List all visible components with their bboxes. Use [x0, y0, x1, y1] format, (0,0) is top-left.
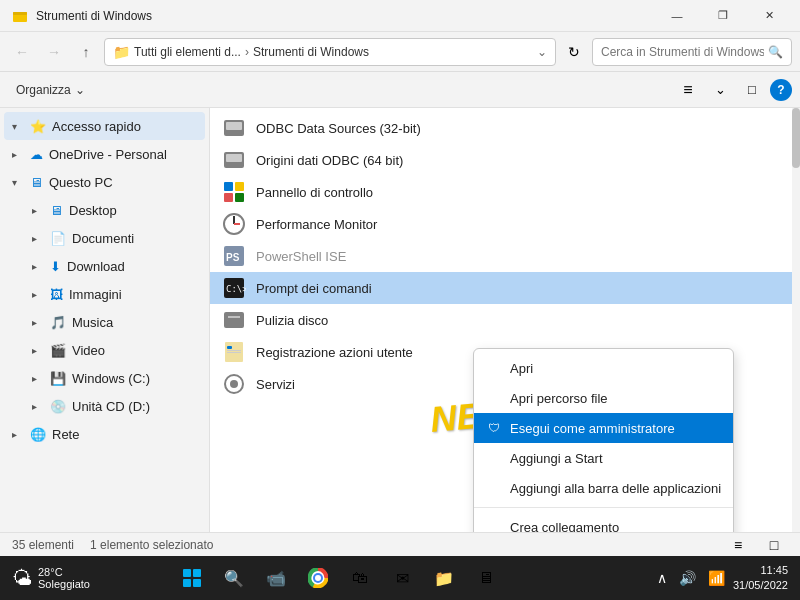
aggiungi-start-label: Aggiungi a Start: [510, 451, 603, 466]
back-button[interactable]: ←: [8, 38, 36, 66]
close-button[interactable]: ✕: [746, 0, 792, 32]
refresh-button[interactable]: ↻: [560, 38, 588, 66]
sidebar-item-rete[interactable]: ▸ 🌐 Rete: [4, 420, 205, 448]
window-icon: [12, 8, 28, 24]
svg-point-29: [315, 575, 321, 581]
start-button[interactable]: [172, 558, 212, 598]
weather-desc: Soleggiato: [38, 578, 90, 590]
sidebar-item-unita-cd[interactable]: ▸ 💿 Unità CD (D:): [4, 392, 205, 420]
tray-wifi[interactable]: 📶: [704, 568, 729, 588]
windows-c-label: Windows (C:): [72, 371, 150, 386]
main-layout: ▾ ⭐ Accesso rapido ▸ ☁ OneDrive - Person…: [0, 108, 800, 532]
chrome-button[interactable]: [298, 558, 338, 598]
esegui-admin-label: Esegui come amministratore: [510, 421, 675, 436]
search-input[interactable]: [601, 45, 764, 59]
expand-arrow: ▾: [12, 177, 24, 188]
svg-rect-15: [224, 312, 244, 328]
svg-rect-19: [227, 350, 241, 351]
context-menu-item-apri[interactable]: Apri: [474, 353, 733, 383]
help-button[interactable]: ?: [770, 79, 792, 101]
sidebar: ▾ ⭐ Accesso rapido ▸ ☁ OneDrive - Person…: [0, 108, 210, 532]
sidebar-item-video[interactable]: ▸ 🎬 Video: [4, 336, 205, 364]
sidebar-item-accesso-rapido[interactable]: ▾ ⭐ Accesso rapido: [4, 112, 205, 140]
explorer-button[interactable]: 📁: [424, 558, 464, 598]
clock[interactable]: 11:45 31/05/2022: [733, 563, 788, 594]
context-menu-item-crea-collegamento[interactable]: Crea collegamento: [474, 512, 733, 532]
up-button[interactable]: ↑: [72, 38, 100, 66]
context-menu-overlay: Apri Apri percorso file 🛡 Esegui come am…: [473, 348, 734, 532]
svg-rect-1: [13, 12, 27, 15]
onedrive-icon: ☁: [30, 147, 43, 162]
item-prompt[interactable]: C:\>_ Prompt dei comandi: [210, 272, 800, 304]
registrazione-label: Registrazione azioni utente: [256, 345, 413, 360]
video-icon: 🎬: [50, 343, 66, 358]
context-menu-item-aggiungi-start[interactable]: Aggiungi a Start: [474, 443, 733, 473]
sidebar-item-musica[interactable]: ▸ 🎵 Musica: [4, 308, 205, 336]
svg-rect-26: [193, 579, 201, 587]
organize-button[interactable]: Organizza ⌄: [8, 79, 93, 101]
search-button[interactable]: 🔍: [214, 558, 254, 598]
status-view-list-button[interactable]: ≡: [724, 531, 752, 559]
mail-button[interactable]: ✉: [382, 558, 422, 598]
item-odbc-64[interactable]: Origini dati ODBC (64 bit): [210, 144, 800, 176]
view-toggle-button[interactable]: ≡: [674, 76, 702, 104]
immagini-label: Immagini: [69, 287, 122, 302]
desktop-label: Desktop: [69, 203, 117, 218]
maximize-button[interactable]: ❐: [700, 0, 746, 32]
item-powershell[interactable]: PS PowerShell ISE: [210, 240, 800, 272]
rdp-button[interactable]: 🖥: [466, 558, 506, 598]
sidebar-item-immagini[interactable]: ▸ 🖼 Immagini: [4, 280, 205, 308]
taskbar-right: ∧ 🔊 📶 11:45 31/05/2022: [653, 563, 796, 594]
expand-arrow: ▸: [32, 289, 44, 300]
title-bar-controls: — ❐ ✕: [654, 0, 792, 32]
path-dropdown-icon: ⌄: [537, 45, 547, 59]
store-button[interactable]: 🛍: [340, 558, 380, 598]
status-right: ≡ □: [724, 531, 788, 559]
video-label: Video: [72, 343, 105, 358]
search-box[interactable]: 🔍: [592, 38, 792, 66]
status-view-grid-button[interactable]: □: [760, 531, 788, 559]
minimize-button[interactable]: —: [654, 0, 700, 32]
svg-rect-23: [183, 569, 191, 577]
odbc-32-icon: [222, 116, 246, 140]
sidebar-item-download[interactable]: ▸ ⬇ Download: [4, 252, 205, 280]
expand-arrow: ▸: [32, 261, 44, 272]
item-odbc-32[interactable]: ODBC Data Sources (32-bit): [210, 112, 800, 144]
title-bar-left: Strumenti di Windows: [12, 8, 152, 24]
item-perf-monitor[interactable]: Performance Monitor: [210, 208, 800, 240]
sidebar-item-questo-pc[interactable]: ▾ 🖥 Questo PC: [4, 168, 205, 196]
musica-label: Musica: [72, 315, 113, 330]
pane-toggle-button[interactable]: □: [738, 76, 766, 104]
context-menu-separator: [474, 507, 733, 508]
view-dropdown-button[interactable]: ⌄: [706, 76, 734, 104]
context-menu-item-apri-percorso[interactable]: Apri percorso file: [474, 383, 733, 413]
context-menu-item-esegui-admin[interactable]: 🛡 Esegui come amministratore: [474, 413, 733, 443]
unita-cd-icon: 💿: [50, 399, 66, 414]
expand-arrow: ▸: [32, 205, 44, 216]
item-count: 35 elementi: [12, 538, 74, 552]
forward-button[interactable]: →: [40, 38, 68, 66]
sidebar-item-onedrive[interactable]: ▸ ☁ OneDrive - Personal: [4, 140, 205, 168]
questo-pc-icon: 🖥: [30, 175, 43, 190]
sidebar-item-desktop[interactable]: ▸ 🖥 Desktop: [4, 196, 205, 224]
meet-button[interactable]: 📹: [256, 558, 296, 598]
item-pannello[interactable]: Pannello di controllo: [210, 176, 800, 208]
tray-chevron[interactable]: ∧: [653, 568, 671, 588]
servizi-icon: [222, 372, 246, 396]
sidebar-item-windows-c[interactable]: ▸ 💾 Windows (C:): [4, 364, 205, 392]
taskbar: 🌤 28°C Soleggiato 🔍 📹: [0, 556, 800, 600]
sidebar-item-documenti[interactable]: ▸ 📄 Documenti: [4, 224, 205, 252]
tray-volume[interactable]: 🔊: [675, 568, 700, 588]
taskbar-weather: 🌤 28°C Soleggiato: [4, 566, 98, 590]
apri-percorso-label: Apri percorso file: [510, 391, 608, 406]
context-menu-item-aggiungi-barra[interactable]: Aggiungi alla barra delle applicazioni: [474, 473, 733, 503]
svg-rect-16: [228, 316, 240, 318]
path-root: Tutti gli elementi d...: [134, 45, 241, 59]
item-pulizia[interactable]: Pulizia disco: [210, 304, 800, 336]
svg-text:PS: PS: [226, 252, 240, 263]
scrollbar-track[interactable]: [792, 108, 800, 532]
address-path[interactable]: 📁 Tutti gli elementi d... › Strumenti di…: [104, 38, 556, 66]
accesso-rapido-icon: ⭐: [30, 119, 46, 134]
scrollbar-thumb[interactable]: [792, 108, 800, 168]
onedrive-label: OneDrive - Personal: [49, 147, 167, 162]
